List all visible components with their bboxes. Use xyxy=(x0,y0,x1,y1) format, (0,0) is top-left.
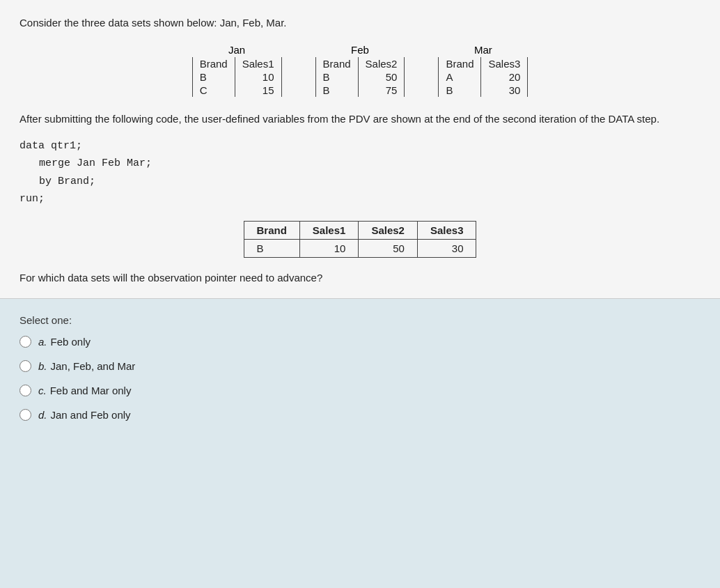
result-header-sales2: Sales2 xyxy=(359,221,418,239)
option-b-letter: b. xyxy=(38,360,47,372)
code-block: data qtr1; merge Jan Feb Mar; by Brand; … xyxy=(19,137,701,208)
option-c-text: Feb and Mar only xyxy=(50,385,132,396)
jan-month-label: Jan xyxy=(192,44,282,56)
jan-row1-brand: B xyxy=(192,70,235,84)
mar-table: Brand Sales3 A 20 B 30 xyxy=(438,57,528,97)
result-header-sales1: Sales1 xyxy=(299,221,359,239)
mar-month-label: Mar xyxy=(438,44,528,56)
option-d-letter: d. xyxy=(38,409,47,421)
option-c-letter: c. xyxy=(38,385,47,396)
result-header-brand: Brand xyxy=(244,221,299,239)
for-which-question: For which data sets will the observation… xyxy=(19,270,701,286)
mar-row-2: B 30 xyxy=(439,84,528,97)
jan-row2-sales: 15 xyxy=(235,84,281,97)
option-b-text: Jan, Feb, and Mar xyxy=(51,360,136,372)
result-row1-sales3: 30 xyxy=(417,239,476,257)
jan-row-1: B 10 xyxy=(192,70,281,84)
result-header-row: Brand Sales1 Sales2 Sales3 xyxy=(244,221,476,239)
top-section: Consider the three data sets shown below… xyxy=(0,0,720,299)
option-c-radio[interactable] xyxy=(19,385,31,396)
result-header-sales3: Sales3 xyxy=(417,221,476,239)
feb-header-row: Brand Sales2 xyxy=(315,57,405,70)
feb-row-2: B 75 xyxy=(315,84,405,97)
feb-row2-brand: B xyxy=(315,84,358,97)
jan-row1-sales: 10 xyxy=(235,70,281,84)
feb-row2-sales: 75 xyxy=(358,84,405,97)
dataset-feb: Feb Brand Sales2 B 50 B 75 xyxy=(315,44,405,97)
mar-brand-header: Brand xyxy=(439,57,481,70)
result-row1-sales2: 50 xyxy=(359,239,418,257)
feb-brand-header: Brand xyxy=(315,57,358,70)
option-a-text: Feb only xyxy=(51,336,91,348)
mar-row1-brand: A xyxy=(439,70,481,84)
result-table: Brand Sales1 Sales2 Sales3 B 10 50 30 xyxy=(244,221,477,258)
feb-sales-header: Sales2 xyxy=(358,57,405,70)
code-line-3: by Brand; xyxy=(39,173,701,191)
jan-sales-header: Sales1 xyxy=(235,57,281,70)
option-b-row[interactable]: b. Jan, Feb, and Mar xyxy=(19,360,701,372)
select-one-label: Select one: xyxy=(19,314,701,326)
code-line-4: run; xyxy=(19,190,701,208)
mar-row-1: A 20 xyxy=(439,70,528,84)
result-data-row-1: B 10 50 30 xyxy=(244,239,476,257)
feb-table: Brand Sales2 B 50 B 75 xyxy=(315,57,405,97)
mar-row2-sales: 30 xyxy=(481,84,528,97)
dataset-jan: Jan Brand Sales1 B 10 C 15 xyxy=(192,44,282,97)
mar-row1-sales: 20 xyxy=(481,70,528,84)
option-a-letter: a. xyxy=(38,336,47,348)
result-row1-sales1: 10 xyxy=(299,239,359,257)
jan-row2-brand: C xyxy=(192,84,235,97)
code-line-1: data qtr1; xyxy=(19,137,701,155)
mar-row2-brand: B xyxy=(439,84,481,97)
feb-row1-sales: 50 xyxy=(358,70,405,84)
mar-header-row: Brand Sales3 xyxy=(439,57,528,70)
jan-header-row: Brand Sales1 xyxy=(192,57,281,70)
feb-row1-brand: B xyxy=(315,70,358,84)
option-a-radio[interactable] xyxy=(19,336,31,348)
mar-sales-header: Sales3 xyxy=(481,57,528,70)
result-row1-brand: B xyxy=(244,239,299,257)
option-a-row[interactable]: a. Feb only xyxy=(19,336,701,348)
option-c-row[interactable]: c. Feb and Mar only xyxy=(19,385,701,396)
feb-row-1: B 50 xyxy=(315,70,405,84)
result-table-wrapper: Brand Sales1 Sales2 Sales3 B 10 50 30 xyxy=(19,221,701,258)
jan-table: Brand Sales1 B 10 C 15 xyxy=(192,57,282,97)
question-title: Consider the three data sets shown below… xyxy=(19,15,701,31)
after-text: After submitting the following code, the… xyxy=(19,111,701,127)
option-d-text: Jan and Feb only xyxy=(51,409,131,421)
option-d-row[interactable]: d. Jan and Feb only xyxy=(19,409,701,421)
bottom-section: Select one: a. Feb only b. Jan, Feb, and… xyxy=(0,299,720,446)
jan-row-2: C 15 xyxy=(192,84,281,97)
code-line-2: merge Jan Feb Mar; xyxy=(39,155,701,173)
feb-month-label: Feb xyxy=(315,44,405,56)
jan-brand-header: Brand xyxy=(192,57,235,70)
option-b-radio[interactable] xyxy=(19,360,31,372)
option-d-radio[interactable] xyxy=(19,409,31,421)
datasets-container: Jan Brand Sales1 B 10 C 15 Feb xyxy=(19,44,701,97)
dataset-mar: Mar Brand Sales3 A 20 B 30 xyxy=(438,44,528,97)
